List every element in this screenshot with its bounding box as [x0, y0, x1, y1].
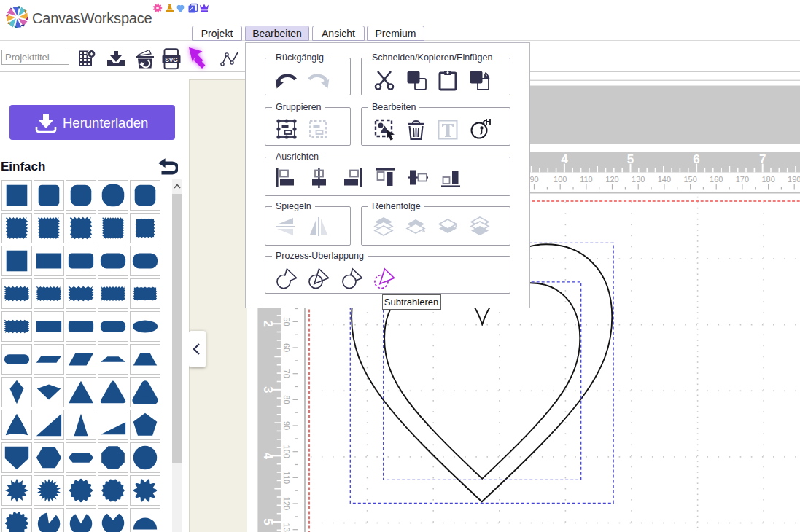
svg-text:4: 4: [561, 152, 568, 166]
svg-text:80: 80: [282, 395, 291, 404]
svg-text:5: 5: [261, 518, 275, 525]
svg-text:3: 3: [261, 386, 275, 393]
svg-text:100: 100: [554, 175, 567, 184]
svg-text:SVG: SVG: [165, 56, 178, 63]
svg-text:90: 90: [282, 421, 291, 430]
svg-text:130: 130: [282, 523, 291, 532]
svg-text:90: 90: [529, 175, 538, 184]
svg-text:140: 140: [658, 175, 671, 184]
svg-text:100: 100: [282, 445, 291, 458]
svg-text:4: 4: [261, 453, 275, 460]
svg-text:2: 2: [261, 320, 275, 326]
svg-text:170: 170: [736, 175, 749, 184]
svg-text:110: 110: [282, 472, 291, 485]
svg-text:150: 150: [683, 175, 696, 184]
svg-text:6: 6: [693, 152, 699, 166]
svg-text:7: 7: [759, 152, 766, 166]
svg-text:5: 5: [627, 152, 634, 166]
svg-text:180: 180: [761, 175, 774, 184]
svg-text:70: 70: [282, 369, 291, 378]
svg-text:130: 130: [632, 175, 645, 184]
svg-text:190: 190: [788, 175, 800, 184]
svg-text:120: 120: [282, 497, 291, 510]
svg-text:120: 120: [605, 175, 618, 184]
svg-text:60: 60: [282, 343, 291, 352]
svg-text:160: 160: [710, 175, 723, 184]
svg-text:110: 110: [580, 175, 593, 184]
svg-text:50: 50: [282, 317, 291, 326]
